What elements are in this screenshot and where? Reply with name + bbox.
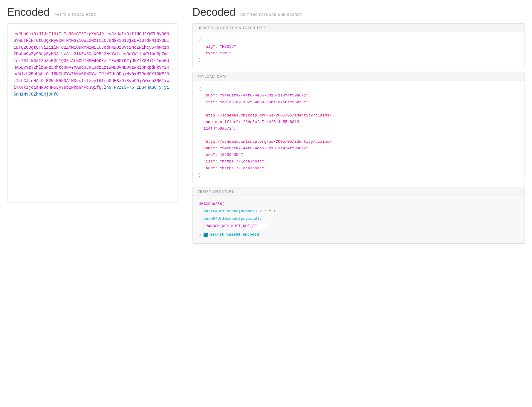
verify-block-label: VERIFY SIGNATURE: [193, 187, 525, 196]
decoded-header: Decoded EDIT THE PAYLOAD AND SECRET: [192, 6, 525, 19]
decoded-subtitle: EDIT THE PAYLOAD AND SECRET: [241, 13, 302, 16]
encoded-subtitle: PASTE A TOKEN HERE: [55, 13, 96, 16]
payload-block: PAYLOAD: DATA { "sub": "94e6afa7-44f0-4e…: [192, 72, 525, 183]
header-content[interactable]: { "alg": "HS256", "typ": "JWT" }: [193, 32, 525, 68]
verify-func: HMACSHA256(: [199, 202, 224, 206]
secret-input[interactable]: [204, 223, 269, 229]
verify-footer: ) secret base64 encoded: [199, 231, 519, 239]
base64-checkbox-label[interactable]: secret base64 encoded: [204, 231, 259, 239]
checkbox-text: secret base64 encoded: [210, 231, 259, 239]
header-label: HEADER:: [198, 26, 214, 30]
verify-secret-row[interactable]: [199, 224, 269, 228]
decoded-panel: Decoded EDIT THE PAYLOAD AND SECRET HEAD…: [185, 0, 532, 407]
token-part1: eyJhbGciOiJIUzI1NiIsInR5cCI6IkpXVCJ9: [13, 32, 104, 36]
decoded-title: Decoded: [192, 6, 236, 18]
header-block: HEADER: ALGORITHM & TOKEN TYPE { "alg": …: [192, 23, 525, 68]
header-sublabel: ALGORITHM & TOKEN TYPE: [215, 26, 266, 30]
encoded-title: Encoded: [7, 6, 50, 18]
base64-checkbox[interactable]: [204, 233, 208, 237]
header-block-label: HEADER: ALGORITHM & TOKEN TYPE: [193, 24, 525, 32]
verify-content: HMACSHA256( base64UrlEncode(header) + ".…: [193, 196, 525, 243]
verify-line1: base64UrlEncode(header) + "." +: [199, 209, 276, 214]
payload-json: { "sub": "94e6afa7-44f0-4e55-8813-114f4f…: [199, 86, 519, 178]
close-paren: ): [199, 231, 201, 239]
token-part2: eyJzdWIiOiI1NGU2YWZhNy00NGYwLTRlNTUtODgx…: [13, 32, 169, 90]
verify-block: VERIFY SIGNATURE HMACSHA256( base64UrlEn…: [192, 187, 525, 244]
verify-line2: base64UrlEncode(payload),: [199, 216, 262, 221]
encoded-header: Encoded PASTE A TOKEN HERE: [7, 6, 178, 19]
payload-sublabel: DATA: [217, 75, 227, 78]
header-json: { "alg": "HS256", "typ": "JWT" }: [199, 37, 519, 63]
encoded-token-box[interactable]: eyJhbGciOiJIUzI1NiIsInR5cCI6IkpXVCJ9.eyJ…: [7, 23, 178, 202]
payload-content[interactable]: { "sub": "94e6afa7-44f0-4e55-8813-114f4f…: [193, 81, 525, 183]
payload-label: PAYLOAD:: [198, 75, 216, 78]
token-dot-1: .: [104, 32, 106, 36]
encoded-panel: Encoded PASTE A TOKEN HERE eyJhbGciOiJIU…: [0, 0, 185, 407]
payload-block-label: PAYLOAD: DATA: [193, 72, 525, 81]
verify-label: VERIFY SIGNATURE: [198, 190, 234, 193]
